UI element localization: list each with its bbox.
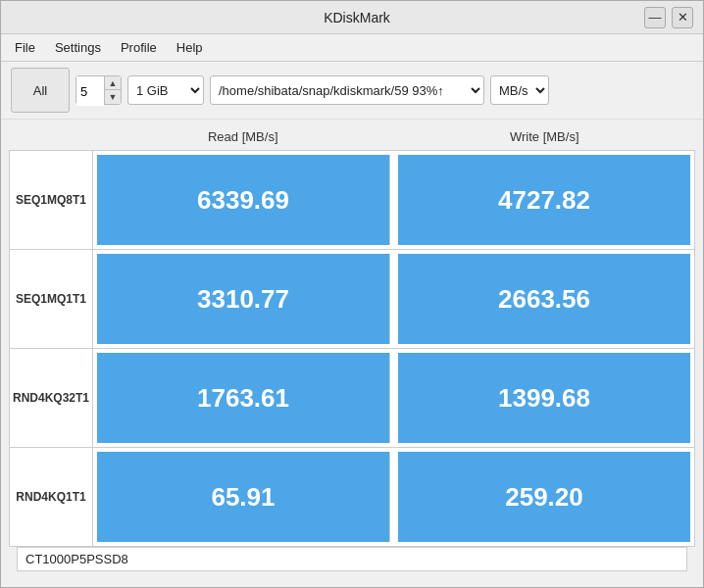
- read-cell-3: 65.91: [97, 452, 390, 542]
- row-label-0: SEQ1M Q8T1: [10, 151, 93, 249]
- size-select[interactable]: 1 GiB 512 MiB 256 MiB: [127, 75, 204, 105]
- loops-down-button[interactable]: ▼: [105, 90, 121, 104]
- window-controls: — ✕: [644, 7, 693, 28]
- status-text: CT1000P5PSSD8: [25, 552, 128, 566]
- label-header-spacer: [9, 127, 92, 146]
- read-cell-1: 3310.77: [97, 254, 390, 344]
- read-cell-0: 6339.69: [97, 155, 390, 245]
- read-header: Read [MB/s]: [92, 127, 394, 146]
- table-row: SEQ1M Q1T1 3310.77 2663.56: [9, 249, 695, 348]
- status-bar: CT1000P5PSSD8: [17, 547, 687, 571]
- window-title: KDiskMark: [70, 10, 644, 25]
- write-header: Write [MB/s]: [394, 127, 696, 146]
- row-label-3: RND4K Q1T1: [10, 448, 93, 546]
- write-cell-0: 4727.82: [398, 155, 690, 245]
- column-headers: Read [MB/s] Write [MB/s]: [9, 127, 695, 146]
- table-row: SEQ1M Q8T1 6339.69 4727.82: [9, 150, 695, 249]
- table-row: RND4K Q32T1 1763.61 1399.68: [9, 348, 695, 447]
- loops-input[interactable]: [76, 76, 104, 106]
- data-rows-container: SEQ1M Q8T1 6339.69 4727.82 SEQ1M Q1T1 33…: [9, 150, 695, 547]
- write-cell-2: 1399.68: [398, 353, 690, 443]
- write-cell-1: 2663.56: [398, 254, 690, 344]
- toolbar: All ▲ ▼ 1 GiB 512 MiB 256 MiB /home/shib…: [1, 62, 703, 120]
- title-bar: KDiskMark — ✕: [1, 1, 703, 34]
- main-content: Read [MB/s] Write [MB/s] SEQ1M Q8T1 6339…: [1, 120, 703, 587]
- menu-bar: File Settings Profile Help: [1, 34, 703, 62]
- path-select[interactable]: /home/shibata/snap/kdiskmark/59 93%↑: [210, 75, 484, 105]
- menu-profile[interactable]: Profile: [111, 37, 167, 58]
- menu-settings[interactable]: Settings: [45, 37, 111, 58]
- row-label-2: RND4K Q32T1: [10, 349, 93, 447]
- loops-spinbox: ▲ ▼: [75, 75, 122, 105]
- read-cell-2: 1763.61: [97, 353, 390, 443]
- close-button[interactable]: ✕: [672, 7, 693, 28]
- minimize-button[interactable]: —: [644, 7, 666, 28]
- menu-file[interactable]: File: [5, 37, 45, 58]
- row-label-1: SEQ1M Q1T1: [10, 250, 93, 348]
- write-cell-3: 259.20: [398, 452, 690, 542]
- table-row: RND4K Q1T1 65.91 259.20: [9, 447, 695, 547]
- all-button[interactable]: All: [11, 68, 70, 113]
- main-window: KDiskMark — ✕ File Settings Profile Help…: [0, 0, 704, 588]
- loops-arrows: ▲ ▼: [104, 76, 121, 104]
- loops-up-button[interactable]: ▲: [105, 76, 121, 90]
- menu-help[interactable]: Help: [167, 37, 213, 58]
- unit-select[interactable]: MB/s GB/s: [490, 75, 549, 105]
